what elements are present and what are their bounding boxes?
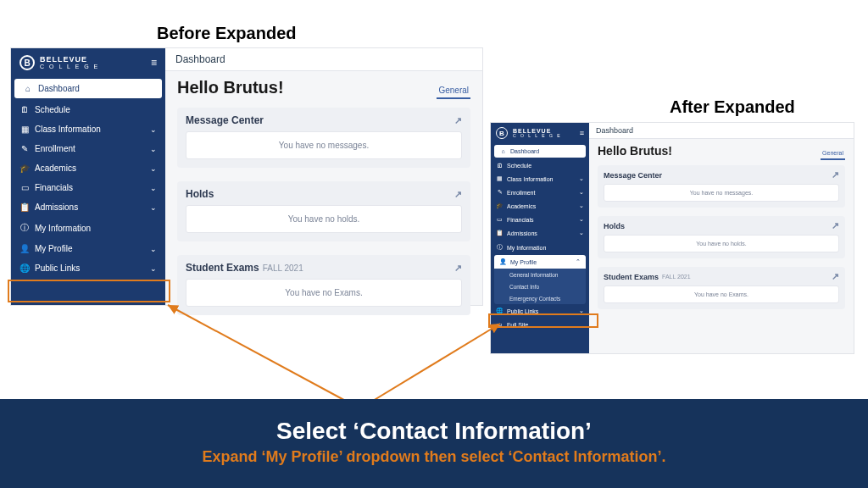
pencil-icon: ✎	[19, 144, 30, 153]
sidebar-item-my-info[interactable]: ⓘMy Information	[491, 240, 589, 255]
info-icon: ⓘ	[19, 222, 30, 234]
chevron-down-icon: ⌄	[579, 189, 584, 196]
calendar-icon: 🗓	[496, 163, 504, 169]
sidebar-item-schedule[interactable]: 🗓Schedule	[491, 159, 589, 172]
sidebar-item-schedule[interactable]: 🗓Schedule	[11, 100, 165, 119]
user-icon: 👤	[499, 258, 507, 265]
chevron-down-icon: ⌄	[150, 203, 157, 212]
card-title: Holds	[604, 222, 625, 230]
main-content: Dashboard Hello Brutus! General Message …	[165, 48, 482, 305]
sidebar-item-label: My Information	[35, 224, 91, 233]
heading-after: After Expanded	[670, 97, 795, 117]
subitem-contact-info[interactable]: Contact Info	[494, 280, 586, 292]
card-body: You have no holds.	[186, 205, 462, 233]
sidebar-item-label: My Information	[507, 245, 546, 251]
sidebar-item-label: Financials	[35, 183, 73, 192]
sidebar-item-full-site[interactable]: ▭Full Site	[491, 318, 589, 331]
home-icon: ⌂	[23, 84, 33, 93]
subitem-general-info[interactable]: General Information	[494, 269, 586, 280]
brand-sub: C O L L E G E	[513, 134, 562, 138]
subitem-emergency-contacts[interactable]: Emergency Contacts	[494, 292, 586, 304]
sidebar-item-label: Financials	[507, 217, 534, 223]
sidebar-item-label: Dashboard	[38, 84, 80, 93]
sidebar-item-financials[interactable]: ▭Financials⌄	[491, 213, 589, 226]
card-title: Student Exams	[604, 273, 659, 281]
card-student-exams: Student ExamsFALL 2021↗ You have no Exam…	[177, 255, 470, 315]
brand: B BELLEVUE C O L L E G E ≡	[491, 123, 589, 143]
globe-icon: 🌐	[496, 308, 504, 314]
tab-general[interactable]: General	[437, 84, 470, 99]
sidebar-item-label: My Profile	[510, 259, 537, 265]
sidebar-item-label: Class Information	[35, 125, 101, 134]
sidebar-item-class-info[interactable]: ▦Class Information⌄	[11, 119, 165, 139]
topbar-title: Dashboard	[165, 48, 482, 71]
sidebar-item-label: Class Information	[507, 176, 553, 182]
card-title: Message Center	[604, 171, 662, 180]
sidebar-item-label: Admissions	[507, 230, 537, 236]
svg-line-1	[369, 324, 500, 403]
sidebar-item-enrollment[interactable]: ✎Enrollment⌄	[11, 139, 165, 158]
card-message-center: Message Center↗ You have no messages.	[177, 108, 470, 168]
sidebar-item-class-info[interactable]: ▦Class Information⌄	[491, 172, 589, 186]
sidebar-item-public-links[interactable]: 🌐Public Links⌄	[491, 304, 589, 318]
globe-icon: 🌐	[19, 263, 30, 273]
chevron-down-icon: ⌄	[150, 245, 157, 253]
sidebar-item-dashboard[interactable]: ⌂Dashboard	[14, 79, 162, 98]
sidebar-item-label: Admissions	[35, 202, 78, 212]
card-student-exams: Student ExamsFALL 2021↗ You have no Exam…	[598, 267, 845, 309]
sidebar-item-my-info[interactable]: ⓘMy Information	[11, 217, 165, 239]
heading-before: Before Expanded	[157, 24, 296, 43]
tab-general[interactable]: General	[821, 148, 845, 160]
brand-logo-icon: B	[19, 55, 35, 70]
sidebar-item-academics[interactable]: 🎓Academics⌄	[491, 199, 589, 213]
sidebar-item-financials[interactable]: ▭Financials⌄	[11, 178, 165, 197]
sidebar-item-label: Full Site	[507, 322, 528, 328]
app-before: B BELLEVUE C O L L E G E ≡ ⌂Dashboard 🗓S…	[10, 47, 483, 306]
card-subtitle: FALL 2021	[263, 263, 303, 273]
sidebar-item-my-profile[interactable]: 👤My Profile⌃	[494, 255, 586, 269]
hamburger-icon[interactable]: ≡	[151, 57, 157, 69]
sidebar-item-label: Dashboard	[510, 148, 539, 154]
chevron-down-icon: ⌄	[150, 264, 157, 273]
external-link-icon[interactable]: ↗	[454, 263, 462, 274]
page-title: Hello Brutus!	[598, 144, 672, 158]
sidebar-item-label: Enrollment	[507, 190, 535, 196]
sidebar-item-label: Schedule	[35, 105, 70, 114]
hamburger-icon[interactable]: ≡	[580, 129, 584, 137]
sidebar-item-public-links[interactable]: 🌐Public Links⌄	[11, 258, 165, 278]
card-icon: ▭	[19, 183, 30, 192]
clipboard-icon: 📋	[496, 230, 504, 236]
card-title: Holds	[186, 188, 214, 200]
arrow-right-icon	[364, 319, 509, 408]
sidebar-item-admissions[interactable]: 📋Admissions⌄	[491, 226, 589, 240]
external-link-icon[interactable]: ↗	[454, 189, 462, 200]
card-message-center: Message Center↗ You have no messages.	[598, 165, 845, 208]
brand: B BELLEVUE C O L L E G E ≡	[11, 48, 165, 77]
external-link-icon[interactable]: ↗	[832, 169, 839, 180]
chevron-down-icon: ⌄	[150, 125, 157, 134]
external-link-icon[interactable]: ↗	[832, 220, 839, 231]
grid-icon: ▦	[19, 125, 30, 134]
brand-logo-icon: B	[496, 127, 508, 139]
sidebar: B BELLEVUE C O L L E G E ≡ ⌂Dashboard 🗓S…	[11, 48, 165, 305]
banner-subtitle: Expand ‘My Profile’ dropdown then select…	[8, 448, 860, 466]
instruction-banner: Select ‘Contact Information’ Expand ‘My …	[0, 399, 868, 488]
brand-sub: C O L L E G E	[40, 64, 99, 69]
sidebar-item-my-profile[interactable]: 👤My Profile⌄	[11, 239, 165, 258]
my-profile-expanded: 👤My Profile⌃ General Information Contact…	[494, 255, 586, 304]
calendar-icon: 🗓	[19, 105, 30, 114]
chevron-down-icon: ⌄	[579, 175, 584, 182]
external-link-icon[interactable]: ↗	[832, 271, 839, 282]
chevron-down-icon: ⌄	[150, 164, 157, 173]
sidebar-item-dashboard[interactable]: ⌂Dashboard	[494, 145, 586, 158]
sidebar-item-enrollment[interactable]: ✎Enrollment⌄	[491, 186, 589, 199]
card-icon: ▭	[496, 216, 504, 223]
chevron-down-icon: ⌄	[150, 184, 157, 192]
sidebar-item-academics[interactable]: 🎓Academics⌄	[11, 158, 165, 178]
chevron-down-icon: ⌄	[150, 145, 157, 153]
sidebar-item-label: Schedule	[507, 163, 531, 169]
sidebar-item-label: Public Links	[507, 308, 538, 314]
card-body: You have no Exams.	[186, 279, 462, 307]
external-link-icon[interactable]: ↗	[454, 115, 462, 126]
sidebar-item-admissions[interactable]: 📋Admissions⌄	[11, 197, 165, 217]
